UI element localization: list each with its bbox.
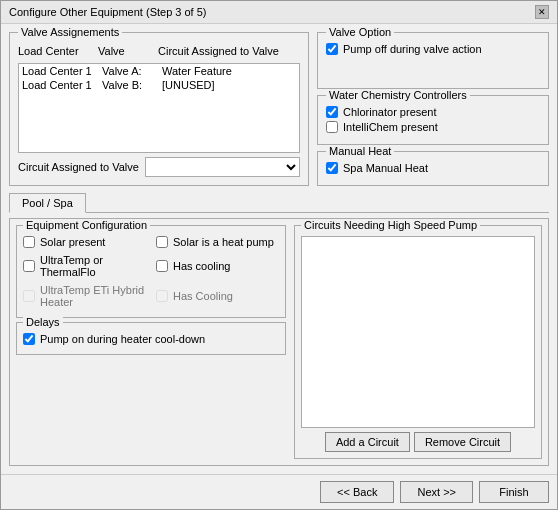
circuit-buttons: Add a Circuit Remove Circuit — [301, 432, 535, 452]
circuit-cell: [UNUSED] — [162, 79, 296, 91]
equipment-config-grid: Solar present Solar is a heat pump Ultra… — [23, 236, 279, 281]
pump-on-row: Pump on during heater cool-down — [23, 333, 279, 345]
circuits-list — [301, 236, 535, 428]
solar-heat-pump-label: Solar is a heat pump — [173, 236, 274, 248]
chlorinator-label: Chlorinator present — [343, 106, 437, 118]
tab-pool-spa[interactable]: Pool / Spa — [9, 193, 86, 213]
pump-off-label: Pump off during valve action — [343, 43, 482, 55]
finish-button[interactable]: Finish — [479, 481, 549, 503]
water-chemistry-group: Water Chemistry Controllers Chlorinator … — [317, 95, 549, 145]
has-cooling-disabled-row: Has Cooling — [156, 284, 279, 308]
solar-heat-pump-checkbox[interactable] — [156, 236, 168, 248]
valve-option-group: Valve Option Pump off during valve actio… — [317, 32, 549, 89]
valve-table-header: Load Center Valve Circuit Assigned to Va… — [18, 43, 300, 59]
bottom-row: Equipment Configuration Solar present So… — [16, 225, 542, 459]
chlorinator-row: Chlorinator present — [326, 106, 540, 118]
pump-off-row: Pump off during valve action — [326, 43, 540, 55]
header-valve: Valve — [98, 45, 158, 57]
window-title: Configure Other Equipment (Step 3 of 5) — [9, 6, 207, 18]
table-row: Load Center 1 Valve B: [UNUSED] — [19, 78, 299, 92]
tab-content: Equipment Configuration Solar present So… — [9, 218, 549, 466]
valve-assignments-group: Valve Assignements Load Center Valve Cir… — [9, 32, 309, 186]
intellichem-checkbox[interactable] — [326, 121, 338, 133]
ultratemp-eti-row: UltraTemp ETi Hybrid Heater — [23, 284, 146, 308]
ultratemp-eti-label: UltraTemp ETi Hybrid Heater — [40, 284, 146, 308]
equipment-config-column: Equipment Configuration Solar present So… — [16, 225, 286, 459]
circuits-high-speed-title: Circuits Needing High Speed Pump — [301, 219, 480, 231]
has-cooling-disabled-checkbox — [156, 290, 168, 302]
solar-present-label: Solar present — [40, 236, 105, 248]
circuit-assigned-label: Circuit Assigned to Valve — [18, 161, 139, 173]
pump-on-checkbox[interactable] — [23, 333, 35, 345]
next-button[interactable]: Next >> — [400, 481, 473, 503]
remove-circuit-button[interactable]: Remove Circuit — [414, 432, 511, 452]
load-center-cell: Load Center 1 — [22, 79, 102, 91]
table-row: Load Center 1 Valve A: Water Feature — [19, 64, 299, 78]
ultratemp-checkbox[interactable] — [23, 260, 35, 272]
valve-cell: Valve B: — [102, 79, 162, 91]
configure-window: Configure Other Equipment (Step 3 of 5) … — [0, 0, 558, 510]
manual-heat-title: Manual Heat — [326, 145, 394, 157]
add-circuit-button[interactable]: Add a Circuit — [325, 432, 410, 452]
solar-present-checkbox[interactable] — [23, 236, 35, 248]
equipment-config-group: Equipment Configuration Solar present So… — [16, 225, 286, 318]
chlorinator-checkbox[interactable] — [326, 106, 338, 118]
intellichem-row: IntelliChem present — [326, 121, 540, 133]
pump-off-checkbox[interactable] — [326, 43, 338, 55]
has-cooling-disabled-label: Has Cooling — [173, 290, 233, 302]
right-column: Valve Option Pump off during valve actio… — [317, 32, 549, 186]
load-center-cell: Load Center 1 — [22, 65, 102, 77]
circuit-dropdown-wrapper[interactable] — [145, 157, 300, 177]
title-bar: Configure Other Equipment (Step 3 of 5) … — [1, 1, 557, 24]
tab-bar: Pool / Spa — [9, 192, 549, 213]
circuit-assigned-dropdown[interactable] — [145, 157, 300, 177]
intellichem-label: IntelliChem present — [343, 121, 438, 133]
has-cooling-checkbox[interactable] — [156, 260, 168, 272]
valve-cell: Valve A: — [102, 65, 162, 77]
spa-manual-label: Spa Manual Heat — [343, 162, 428, 174]
valve-assignments-title: Valve Assignements — [18, 26, 122, 38]
main-content: Valve Assignements Load Center Valve Cir… — [1, 24, 557, 474]
equipment-config-title: Equipment Configuration — [23, 219, 150, 231]
pump-on-label: Pump on during heater cool-down — [40, 333, 205, 345]
back-button[interactable]: << Back — [320, 481, 394, 503]
header-load-center: Load Center — [18, 45, 98, 57]
valve-option-title: Valve Option — [326, 26, 394, 38]
circuit-cell: Water Feature — [162, 65, 296, 77]
manual-heat-group: Manual Heat Spa Manual Heat — [317, 151, 549, 186]
spa-manual-row: Spa Manual Heat — [326, 162, 540, 174]
spa-manual-checkbox[interactable] — [326, 162, 338, 174]
ultratemp-row: UltraTemp or ThermalFlo — [23, 254, 146, 278]
has-cooling-label: Has cooling — [173, 260, 230, 272]
water-chemistry-title: Water Chemistry Controllers — [326, 89, 470, 101]
circuit-label-row: Circuit Assigned to Valve — [18, 157, 300, 177]
disabled-options-row: UltraTemp ETi Hybrid Heater Has Cooling — [23, 284, 279, 311]
ultratemp-label: UltraTemp or ThermalFlo — [40, 254, 146, 278]
header-circuit: Circuit Assigned to Valve — [158, 45, 300, 57]
circuits-high-speed-group: Circuits Needing High Speed Pump Add a C… — [294, 225, 542, 459]
delays-title: Delays — [23, 316, 63, 328]
valve-list: Load Center 1 Valve A: Water Feature Loa… — [18, 63, 300, 153]
has-cooling-row: Has cooling — [156, 254, 279, 278]
footer: << Back Next >> Finish — [1, 474, 557, 509]
solar-present-row: Solar present — [23, 236, 146, 248]
delays-group: Delays Pump on during heater cool-down — [16, 322, 286, 355]
ultratemp-eti-checkbox — [23, 290, 35, 302]
solar-heat-pump-row: Solar is a heat pump — [156, 236, 279, 248]
top-row: Valve Assignements Load Center Valve Cir… — [9, 32, 549, 186]
close-button[interactable]: ✕ — [535, 5, 549, 19]
